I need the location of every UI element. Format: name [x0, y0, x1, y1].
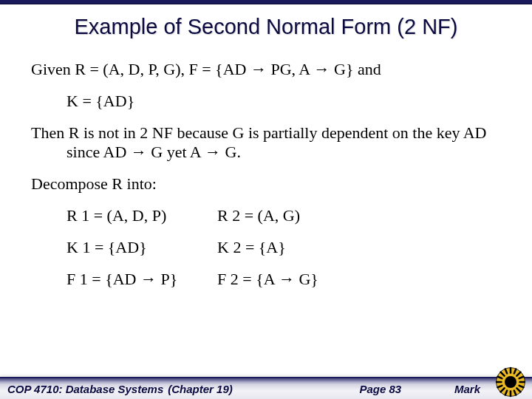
arrow-icon: → [250, 60, 267, 78]
slide-body: Given R = (A, D, P, G), F = {AD → PG, A … [0, 44, 532, 290]
arrow-icon: → [279, 270, 295, 288]
k2-cell: K 2 = {A} [217, 238, 501, 258]
r1-cell: R 1 = (A, D, P) [31, 206, 217, 226]
f2-cell: F 2 = {A → G} [217, 270, 501, 290]
then-line: Then R is not in 2 NF because G is parti… [31, 123, 501, 163]
text: G yet A [147, 143, 205, 161]
arrow-icon: → [205, 143, 221, 161]
key-line: K = {AD} [31, 92, 501, 112]
text: G. [221, 143, 241, 161]
given-line: Given R = (A, D, P, G), F = {AD → PG, A … [31, 60, 501, 80]
slide: Example of Second Normal Form (2 NF) Giv… [0, 0, 532, 399]
text: Given R = (A, D, P, G), F = {AD [31, 60, 250, 78]
arrow-icon: → [314, 60, 330, 78]
text: F 2 = {A [217, 270, 279, 288]
text: Then R is not in 2 NF because G is parti… [31, 123, 412, 142]
text: P} [157, 270, 177, 288]
text: PG, A [267, 60, 314, 78]
footer-chapter: (Chapter 19) [163, 383, 233, 395]
f1-cell: F 1 = {AD → P} [31, 270, 217, 290]
text: G} [295, 270, 318, 288]
ucf-logo-icon [495, 366, 526, 398]
r2-cell: R 2 = (A, G) [217, 206, 501, 226]
footer-bar: COP 4710: Database Systems (Chapter 19) … [0, 377, 532, 399]
fd-row: F 1 = {AD → P} F 2 = {A → G} [31, 270, 501, 290]
footer-page: Page 83 [233, 383, 454, 395]
text: F 1 = {AD [66, 270, 140, 288]
arrow-icon: → [131, 143, 147, 161]
arrow-icon: → [140, 270, 157, 288]
schema-row: R 1 = (A, D, P) R 2 = (A, G) [31, 206, 501, 226]
decompose-line: Decompose R into: [31, 174, 501, 194]
k1-cell: K 1 = {AD} [31, 238, 217, 258]
key-row: K 1 = {AD} K 2 = {A} [31, 238, 501, 258]
text: G} and [330, 60, 381, 78]
footer-course: COP 4710: Database Systems [7, 383, 163, 395]
slide-title: Example of Second Normal Form (2 NF) [0, 4, 532, 44]
